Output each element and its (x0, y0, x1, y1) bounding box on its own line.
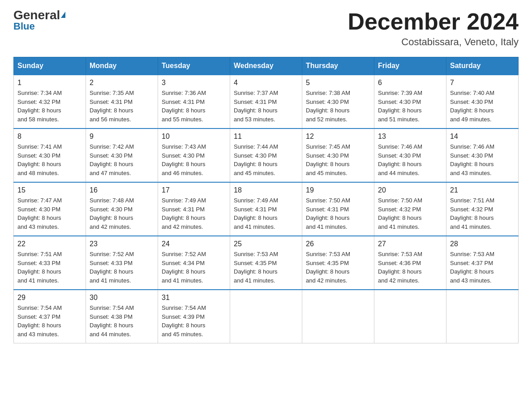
day-number: 4 (234, 79, 298, 87)
day-number: 13 (378, 133, 442, 141)
day-info: Sunrise: 7:50 AM Sunset: 4:31 PM Dayligh… (306, 197, 350, 230)
day-info: Sunrise: 7:53 AM Sunset: 4:35 PM Dayligh… (306, 251, 350, 284)
location-title: Costabissara, Veneto, Italy (348, 36, 519, 48)
day-info: Sunrise: 7:51 AM Sunset: 4:33 PM Dayligh… (17, 251, 62, 284)
logo-general-text: General (13, 9, 65, 21)
day-number: 18 (234, 186, 298, 194)
col-header-tuesday: Tuesday (158, 57, 230, 75)
day-info: Sunrise: 7:48 AM Sunset: 4:30 PM Dayligh… (90, 197, 134, 230)
day-info: Sunrise: 7:51 AM Sunset: 4:32 PM Dayligh… (450, 197, 494, 230)
day-number: 22 (17, 240, 82, 248)
calendar-cell: 19 Sunrise: 7:50 AM Sunset: 4:31 PM Dayl… (302, 182, 374, 236)
page-header: General Blue December 2024 Costabissara,… (13, 9, 519, 48)
day-number: 9 (90, 133, 154, 141)
day-info: Sunrise: 7:46 AM Sunset: 4:30 PM Dayligh… (450, 143, 494, 176)
day-number: 3 (162, 79, 226, 87)
calendar-cell: 17 Sunrise: 7:49 AM Sunset: 4:31 PM Dayl… (158, 182, 230, 236)
day-number: 27 (378, 240, 442, 248)
day-number: 5 (306, 79, 370, 87)
day-info: Sunrise: 7:49 AM Sunset: 4:31 PM Dayligh… (162, 197, 206, 230)
logo-blue-text: Blue (13, 21, 35, 31)
day-number: 8 (17, 133, 82, 141)
day-info: Sunrise: 7:35 AM Sunset: 4:31 PM Dayligh… (90, 90, 134, 123)
day-number: 26 (306, 240, 370, 248)
calendar-cell: 28 Sunrise: 7:53 AM Sunset: 4:37 PM Dayl… (446, 236, 519, 290)
col-header-wednesday: Wednesday (230, 57, 302, 75)
day-number: 31 (162, 294, 226, 302)
day-number: 14 (450, 133, 515, 141)
day-number: 11 (234, 133, 298, 141)
day-number: 25 (234, 240, 298, 248)
calendar-week-row: 15 Sunrise: 7:47 AM Sunset: 4:30 PM Dayl… (14, 182, 519, 236)
calendar-cell: 31 Sunrise: 7:54 AM Sunset: 4:39 PM Dayl… (158, 290, 230, 343)
calendar-cell: 20 Sunrise: 7:50 AM Sunset: 4:32 PM Dayl… (374, 182, 446, 236)
calendar-cell: 9 Sunrise: 7:42 AM Sunset: 4:30 PM Dayli… (86, 128, 158, 182)
calendar-cell (374, 290, 446, 343)
day-number: 23 (90, 240, 154, 248)
day-number: 21 (450, 186, 515, 194)
calendar-cell: 27 Sunrise: 7:53 AM Sunset: 4:36 PM Dayl… (374, 236, 446, 290)
col-header-monday: Monday (86, 57, 158, 75)
day-info: Sunrise: 7:38 AM Sunset: 4:30 PM Dayligh… (306, 90, 350, 123)
day-number: 30 (90, 294, 154, 302)
day-number: 16 (90, 186, 154, 194)
day-info: Sunrise: 7:54 AM Sunset: 4:37 PM Dayligh… (17, 304, 62, 338)
title-block: December 2024 Costabissara, Veneto, Ital… (348, 9, 519, 48)
day-info: Sunrise: 7:50 AM Sunset: 4:32 PM Dayligh… (378, 197, 422, 230)
calendar-cell: 14 Sunrise: 7:46 AM Sunset: 4:30 PM Dayl… (446, 128, 519, 182)
calendar-cell: 8 Sunrise: 7:41 AM Sunset: 4:30 PM Dayli… (14, 128, 86, 182)
calendar-cell: 6 Sunrise: 7:39 AM Sunset: 4:30 PM Dayli… (374, 75, 446, 128)
day-info: Sunrise: 7:49 AM Sunset: 4:31 PM Dayligh… (234, 197, 278, 230)
day-info: Sunrise: 7:44 AM Sunset: 4:30 PM Dayligh… (234, 143, 278, 176)
logo-triangle-icon (61, 12, 65, 18)
day-info: Sunrise: 7:34 AM Sunset: 4:32 PM Dayligh… (17, 90, 62, 123)
day-number: 28 (450, 240, 515, 248)
day-info: Sunrise: 7:52 AM Sunset: 4:34 PM Dayligh… (162, 251, 206, 284)
calendar-cell: 1 Sunrise: 7:34 AM Sunset: 4:32 PM Dayli… (14, 75, 86, 128)
day-number: 19 (306, 186, 370, 194)
col-header-friday: Friday (374, 57, 446, 75)
calendar-cell: 12 Sunrise: 7:45 AM Sunset: 4:30 PM Dayl… (302, 128, 374, 182)
calendar-cell: 22 Sunrise: 7:51 AM Sunset: 4:33 PM Dayl… (14, 236, 86, 290)
col-header-thursday: Thursday (302, 57, 374, 75)
day-number: 29 (17, 294, 82, 302)
day-info: Sunrise: 7:53 AM Sunset: 4:37 PM Dayligh… (450, 251, 494, 284)
day-info: Sunrise: 7:37 AM Sunset: 4:31 PM Dayligh… (234, 90, 278, 123)
calendar-header-row: SundayMondayTuesdayWednesdayThursdayFrid… (14, 57, 519, 75)
calendar-cell: 7 Sunrise: 7:40 AM Sunset: 4:30 PM Dayli… (446, 75, 519, 128)
calendar-cell: 15 Sunrise: 7:47 AM Sunset: 4:30 PM Dayl… (14, 182, 86, 236)
calendar-cell: 4 Sunrise: 7:37 AM Sunset: 4:31 PM Dayli… (230, 75, 302, 128)
calendar-week-row: 1 Sunrise: 7:34 AM Sunset: 4:32 PM Dayli… (14, 75, 519, 128)
day-number: 2 (90, 79, 154, 87)
col-header-saturday: Saturday (446, 57, 519, 75)
calendar-cell: 5 Sunrise: 7:38 AM Sunset: 4:30 PM Dayli… (302, 75, 374, 128)
day-info: Sunrise: 7:43 AM Sunset: 4:30 PM Dayligh… (162, 143, 206, 176)
calendar-cell (230, 290, 302, 343)
day-number: 12 (306, 133, 370, 141)
calendar-cell: 29 Sunrise: 7:54 AM Sunset: 4:37 PM Dayl… (14, 290, 86, 343)
calendar-cell: 25 Sunrise: 7:53 AM Sunset: 4:35 PM Dayl… (230, 236, 302, 290)
calendar-week-row: 29 Sunrise: 7:54 AM Sunset: 4:37 PM Dayl… (14, 290, 519, 343)
calendar-cell: 2 Sunrise: 7:35 AM Sunset: 4:31 PM Dayli… (86, 75, 158, 128)
day-info: Sunrise: 7:52 AM Sunset: 4:33 PM Dayligh… (90, 251, 134, 284)
day-info: Sunrise: 7:54 AM Sunset: 4:38 PM Dayligh… (90, 304, 134, 338)
day-info: Sunrise: 7:53 AM Sunset: 4:36 PM Dayligh… (378, 251, 422, 284)
day-info: Sunrise: 7:41 AM Sunset: 4:30 PM Dayligh… (17, 143, 62, 176)
calendar-cell: 10 Sunrise: 7:43 AM Sunset: 4:30 PM Dayl… (158, 128, 230, 182)
calendar-cell: 11 Sunrise: 7:44 AM Sunset: 4:30 PM Dayl… (230, 128, 302, 182)
calendar-cell: 30 Sunrise: 7:54 AM Sunset: 4:38 PM Dayl… (86, 290, 158, 343)
day-info: Sunrise: 7:53 AM Sunset: 4:35 PM Dayligh… (234, 251, 278, 284)
col-header-sunday: Sunday (14, 57, 86, 75)
calendar-cell: 18 Sunrise: 7:49 AM Sunset: 4:31 PM Dayl… (230, 182, 302, 236)
calendar-week-row: 22 Sunrise: 7:51 AM Sunset: 4:33 PM Dayl… (14, 236, 519, 290)
day-info: Sunrise: 7:47 AM Sunset: 4:30 PM Dayligh… (17, 197, 62, 230)
day-info: Sunrise: 7:45 AM Sunset: 4:30 PM Dayligh… (306, 143, 350, 176)
day-info: Sunrise: 7:54 AM Sunset: 4:39 PM Dayligh… (162, 304, 206, 338)
day-info: Sunrise: 7:36 AM Sunset: 4:31 PM Dayligh… (162, 90, 206, 123)
day-number: 24 (162, 240, 226, 248)
calendar-table: SundayMondayTuesdayWednesdayThursdayFrid… (13, 57, 519, 343)
calendar-cell: 21 Sunrise: 7:51 AM Sunset: 4:32 PM Dayl… (446, 182, 519, 236)
calendar-cell: 24 Sunrise: 7:52 AM Sunset: 4:34 PM Dayl… (158, 236, 230, 290)
day-number: 20 (378, 186, 442, 194)
day-number: 7 (450, 79, 515, 87)
